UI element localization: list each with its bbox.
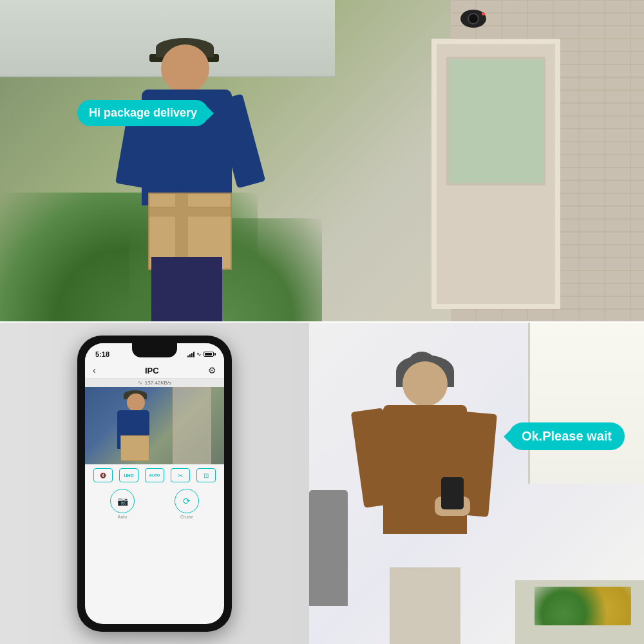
main-container: Hi package delivery [0,0,644,644]
security-camera-mount [460,10,489,32]
feed-person-head [127,393,145,412]
signal-bar-4 [193,352,194,357]
cruise-button[interactable]: ⟳ Cruise [175,489,199,519]
cut-button[interactable]: ✂ [171,468,190,482]
settings-button[interactable]: ⚙ [208,365,216,375]
uhd-icon: UHD [119,468,138,482]
outdoor-scene: Hi package delivery [0,0,644,321]
phone-screen: 5:18 ∿ [85,343,224,624]
auto-button[interactable]: AUTO [145,468,164,482]
signal-bar-2 [189,354,191,357]
speed-value: 137.42KB/s [145,380,171,386]
speed-bar: ∿ 137.42KB/s [85,379,224,387]
status-icons: ∿ [187,351,214,357]
auto-pan-button[interactable]: 📷 Auto [110,489,135,519]
signal-icon [187,351,194,357]
camera-live-feed [85,387,224,464]
window-light [528,323,644,484]
mute-icon: 🔇 [93,468,113,482]
auto-pan-label: Auto [118,515,127,519]
wifi-small-icon: ∿ [138,380,142,386]
speech-bubble-delivery: Hi package delivery [77,100,209,126]
person-head [161,44,209,93]
fullscreen-button[interactable]: ⊡ [196,468,216,482]
auto-pan-icon: 📷 [110,489,135,513]
wifi-icon: ∿ [196,351,202,357]
scissors-icon: ✂ [171,468,190,482]
box-tape-horizontal [149,207,231,216]
app-header: ‹ IPC ⚙ [85,363,224,379]
bottom-section: 5:18 ∿ [0,323,644,644]
speech-bubble-delivery-text: Hi package delivery [89,106,197,119]
battery-icon [204,352,214,357]
auto-icon: AUTO [145,468,164,482]
controls-row-2: 📷 Auto ⟳ Cruise [85,486,224,524]
camera-led [482,12,485,15]
phone-mockup: 5:18 ∿ [77,336,232,632]
woman-figure [341,348,535,644]
woman-legs [390,567,460,644]
speech-bubble-response-text: Ok.Please wait [522,429,612,443]
cruise-icon: ⟳ [175,489,199,513]
feed-door [173,387,211,464]
person-legs [151,257,222,321]
controls-row-1: 🔇 UHD AUTO [85,464,224,486]
delivery-person-figure [103,25,270,321]
phone-area: 5:18 ∿ [0,323,309,644]
feed-package [120,435,149,461]
signal-bar-3 [191,353,193,357]
vegetables [535,587,631,625]
cruise-label: Cruise [180,515,193,519]
back-button[interactable]: ‹ [93,365,96,375]
camera-lens [468,13,479,24]
camera-body [460,10,486,28]
uhd-button[interactable]: UHD [119,468,138,482]
door-window [446,57,545,185]
top-section: Hi package delivery [0,0,644,321]
battery-fill [205,353,212,355]
app-title: IPC [145,366,159,375]
woman-area: Ok.Please wait [309,323,644,644]
signal-bar-1 [187,355,189,357]
phone-notch [132,343,177,357]
mute-button[interactable]: 🔇 [93,468,113,482]
status-time: 5:18 [95,350,109,358]
speech-bubble-response: Ok.Please wait [509,422,625,450]
woman-head [402,361,448,406]
woman-holding-phone [441,477,464,509]
fullscreen-icon: ⊡ [196,468,216,482]
front-door [431,39,560,309]
